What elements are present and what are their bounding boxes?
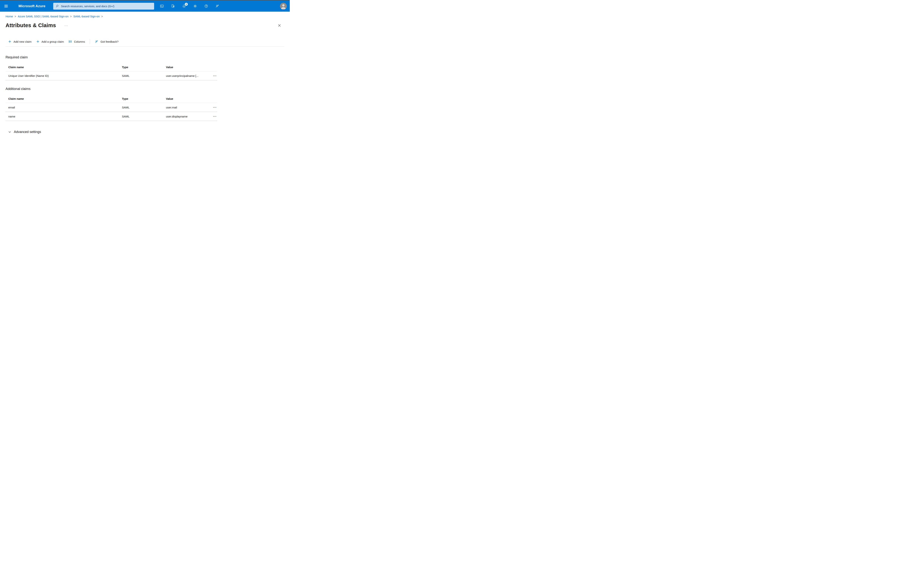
breadcrumb-app-link[interactable]: Azure SAML SSO | SAML-based Sign-on [18, 15, 68, 18]
breadcrumb: Home > Azure SAML SSO | SAML-based Sign-… [5, 15, 284, 18]
additional-claims-heading: Additional claims [5, 87, 284, 91]
title-row: Attributes & Claims ··· [5, 22, 284, 28]
directory-filter-button[interactable] [169, 2, 177, 10]
help-icon: ? [204, 4, 208, 8]
claim-value-cell: user.userprincipalname [... [163, 74, 207, 77]
column-header-value: Value [163, 97, 207, 103]
person-feedback-icon [95, 40, 98, 43]
breadcrumb-home-link[interactable]: Home [5, 15, 13, 18]
close-button[interactable] [277, 23, 282, 28]
plus-icon [8, 40, 11, 43]
claim-value-cell: user.displayname [163, 115, 207, 118]
add-group-claim-button[interactable]: Add a group claim [36, 40, 64, 43]
main-content: Home > Azure SAML SSO | SAML-based Sign-… [0, 15, 290, 135]
column-header-actions [207, 100, 217, 103]
command-bar: Add new claim Add a group claim Columns [5, 39, 284, 44]
add-new-claim-button[interactable]: Add new claim [8, 40, 31, 43]
close-icon [277, 24, 281, 27]
person-feedback-icon [215, 4, 219, 8]
directory-filter-icon [171, 4, 175, 8]
breadcrumb-signon-link[interactable]: SAML-based Sign-on [73, 15, 100, 18]
table-header-row: Claim name Type Value [5, 91, 217, 103]
topbar-actions: 6 ? [158, 2, 221, 10]
gear-icon [193, 4, 197, 8]
help-button[interactable]: ? [203, 2, 210, 10]
svg-text:?: ? [206, 5, 207, 7]
brand-title[interactable]: Microsoft Azure [18, 4, 45, 8]
chevron-down-icon [8, 131, 11, 133]
column-header-claim-name: Claim name [5, 97, 119, 103]
column-header-type: Type [119, 66, 163, 71]
hamburger-menu-button[interactable] [3, 2, 9, 10]
avatar-silhouette-icon [280, 3, 287, 10]
required-claim-heading: Required claim [5, 55, 284, 59]
notifications-button[interactable]: 6 [180, 2, 188, 10]
required-claim-table: Claim name Type Value Unique User Identi… [5, 59, 217, 81]
columns-button[interactable]: Columns [69, 40, 85, 43]
row-menu-button[interactable]: ••• [207, 75, 217, 77]
column-header-type: Type [119, 97, 163, 103]
feedback-button[interactable] [214, 2, 221, 10]
breadcrumb-separator: > [15, 15, 16, 18]
page-title: Attributes & Claims [5, 22, 56, 28]
columns-icon [69, 40, 72, 43]
cloud-shell-icon [160, 4, 164, 8]
search-input[interactable] [61, 5, 152, 8]
claim-type-cell: SAML [119, 115, 163, 118]
search-icon [55, 5, 59, 8]
hamburger-icon [4, 4, 8, 8]
advanced-settings-toggle[interactable]: Advanced settings [5, 129, 42, 135]
avatar[interactable] [280, 3, 287, 10]
global-search-box [53, 3, 154, 10]
cloud-shell-button[interactable] [158, 2, 166, 10]
claim-name-cell: email [5, 106, 119, 109]
notification-badge: 6 [185, 3, 188, 6]
table-row: name SAML user.displayname ••• [5, 112, 217, 121]
topbar: Microsoft Azure 6 [0, 0, 290, 12]
toolbar-divider [90, 39, 90, 44]
table-row: Unique User Identifier (Name ID) SAML us… [5, 71, 217, 81]
column-header-value: Value [163, 66, 207, 71]
breadcrumb-separator: > [70, 15, 72, 18]
row-menu-button[interactable]: ••• [207, 106, 217, 109]
column-header-actions [207, 69, 217, 71]
claim-value-cell: user.mail [163, 106, 207, 109]
claim-name-cell: Unique User Identifier (Name ID) [5, 74, 119, 77]
got-feedback-button[interactable]: Got feedback? [95, 40, 119, 43]
add-new-claim-label: Add new claim [13, 40, 31, 43]
settings-button[interactable] [191, 2, 199, 10]
table-row: email SAML user.mail ••• [5, 103, 217, 112]
got-feedback-label: Got feedback? [101, 40, 119, 43]
claim-type-cell: SAML [119, 74, 163, 77]
advanced-settings-label: Advanced settings [14, 130, 41, 134]
plus-icon [36, 40, 40, 43]
columns-label: Columns [74, 40, 85, 43]
breadcrumb-separator: > [101, 15, 103, 18]
claim-type-cell: SAML [119, 106, 163, 109]
claim-name-cell: name [5, 115, 119, 118]
row-menu-button[interactable]: ••• [207, 115, 217, 117]
table-header-row: Claim name Type Value [5, 59, 217, 71]
additional-claims-table: Claim name Type Value email SAML user.ma… [5, 91, 217, 121]
column-header-claim-name: Claim name [5, 66, 119, 71]
title-more-button[interactable]: ··· [64, 23, 69, 28]
add-group-claim-label: Add a group claim [41, 40, 64, 43]
